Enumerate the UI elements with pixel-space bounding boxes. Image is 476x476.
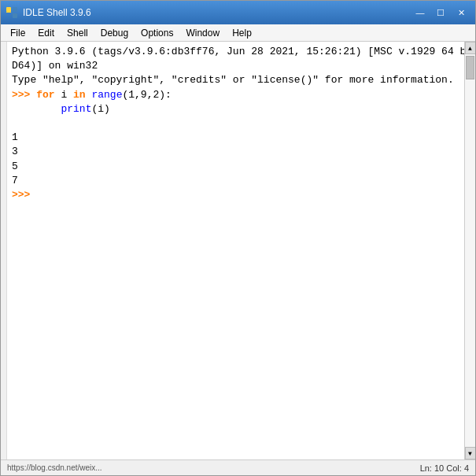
svg-rect-2 xyxy=(6,12,11,13)
status-url: https://blog.csdn.net/weix... xyxy=(7,463,420,472)
title-bar: IDLE Shell 3.9.6 — ☐ ✕ xyxy=(1,1,475,24)
kw-for: for xyxy=(36,89,54,101)
scroll-up-button[interactable]: ▲ xyxy=(465,42,476,54)
idle-window: IDLE Shell 3.9.6 — ☐ ✕ File Edit Shell D… xyxy=(0,0,476,476)
svg-rect-1 xyxy=(13,13,17,18)
scroll-down-button[interactable]: ▼ xyxy=(465,447,476,459)
svg-rect-3 xyxy=(13,7,17,12)
window-title: IDLE Shell 3.9.6 xyxy=(23,7,411,18)
shell-output[interactable]: Python 3.9.6 (tags/v3.9.6:db3ff76, Jun 2… xyxy=(7,42,464,459)
status-bar: https://blog.csdn.net/weix... Ln: 10 Col… xyxy=(1,459,475,475)
menu-edit[interactable]: Edit xyxy=(31,26,61,40)
status-position: Ln: 10 Col: 4 xyxy=(420,463,469,473)
startup-line3: Type "help", "copyright", "credits" or "… xyxy=(12,74,454,86)
menu-options[interactable]: Options xyxy=(135,26,179,40)
python-icon xyxy=(6,6,18,19)
menu-help[interactable]: Help xyxy=(226,26,258,40)
menu-bar: File Edit Shell Debug Options Window Hel… xyxy=(1,24,475,42)
content-area: Python 3.9.6 (tags/v3.9.6:db3ff76, Jun 2… xyxy=(1,42,475,459)
menu-file[interactable]: File xyxy=(4,26,31,40)
code-indent xyxy=(12,103,61,115)
window-controls: — ☐ ✕ xyxy=(411,5,470,20)
prompt-final: >>> xyxy=(12,189,30,201)
menu-shell[interactable]: Shell xyxy=(61,26,94,40)
output-5: 5 xyxy=(12,161,18,172)
scrollbar-track[interactable] xyxy=(465,54,475,447)
prompt1: >>> xyxy=(12,89,36,101)
menu-debug[interactable]: Debug xyxy=(94,26,135,40)
close-button[interactable]: ✕ xyxy=(452,5,470,20)
scrollbar-thumb[interactable] xyxy=(466,56,474,79)
vertical-scrollbar[interactable]: ▲ ▼ xyxy=(464,42,475,459)
output-1: 1 xyxy=(12,131,18,143)
output-7: 7 xyxy=(12,175,18,186)
svg-rect-0 xyxy=(6,7,11,12)
builtin-range: range xyxy=(91,89,122,101)
menu-window[interactable]: Window xyxy=(179,26,226,40)
output-3: 3 xyxy=(12,146,18,157)
kw-in: in xyxy=(73,89,86,101)
startup-line1: Python 3.9.6 (tags/v3.9.6:db3ff76, Jun 2… xyxy=(12,46,464,57)
maximize-button[interactable]: ☐ xyxy=(431,5,450,20)
left-gutter xyxy=(1,42,7,459)
builtin-print: print xyxy=(61,103,91,115)
startup-line2: D64)] on win32 xyxy=(12,60,98,72)
minimize-button[interactable]: — xyxy=(411,5,430,20)
